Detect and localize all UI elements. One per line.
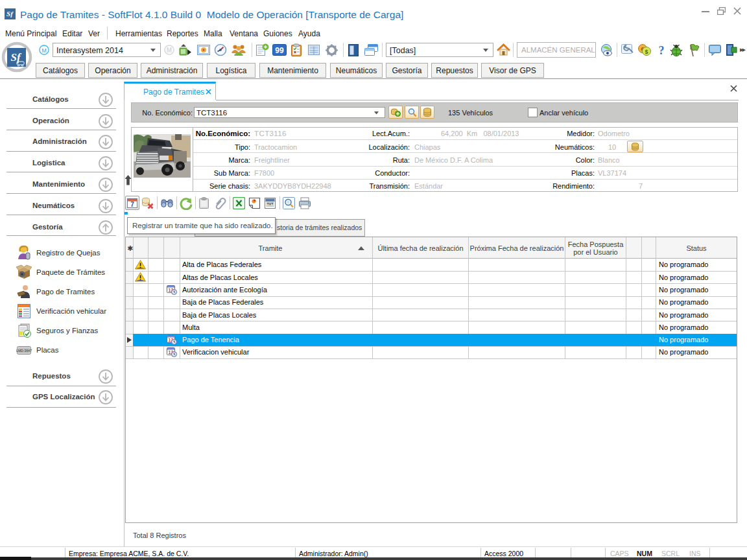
svg-text:?: ? [659, 44, 665, 57]
svg-text:M: M [42, 47, 47, 54]
svg-text:$: $ [645, 49, 648, 55]
svg-text:99: 99 [275, 46, 284, 55]
svg-text:TXT: TXT [267, 202, 273, 206]
svg-text:LMD-3647: LMD-3647 [16, 349, 32, 353]
svg-text:Sf: Sf [6, 10, 14, 18]
svg-text:M: M [167, 47, 172, 54]
svg-text:7: 7 [130, 201, 134, 208]
